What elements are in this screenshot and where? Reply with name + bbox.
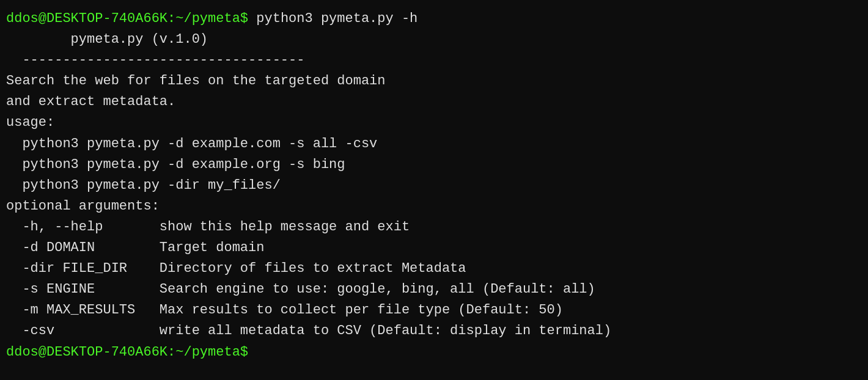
output-line: -h, --help show this help message and ex… (6, 217, 862, 238)
output-line: python3 pymeta.py -d example.com -s all … (6, 134, 862, 155)
output-line: python3 pymeta.py -d example.org -s bing (6, 155, 862, 175)
output-line: -s ENGINE Search engine to use: google, … (6, 279, 862, 300)
command-text: python3 pymeta.py -h (256, 11, 417, 26)
output-line: python3 pymeta.py -dir my_files/ (6, 175, 862, 196)
output-line: usage: (6, 112, 862, 133)
output-line: -m MAX_RESULTS Max results to collect pe… (6, 300, 862, 321)
output-line: and extract metadata. (6, 92, 862, 112)
output-line: -csv write all metadata to CSV (Default:… (6, 321, 862, 342)
output-line: ----------------------------------- (6, 50, 862, 71)
output-line: -d DOMAIN Target domain (6, 238, 862, 258)
output-line: Search the web for files on the targeted… (6, 71, 862, 92)
terminal-line: ddos@DESKTOP-740A66K:~/pymeta$ (6, 342, 862, 363)
output-line: optional arguments: (6, 196, 862, 217)
output-line: -dir FILE_DIR Directory of files to extr… (6, 258, 862, 279)
terminal-line: ddos@DESKTOP-740A66K:~/pymeta$ python3 p… (6, 9, 862, 29)
terminal: ddos@DESKTOP-740A66K:~/pymeta$ python3 p… (0, 5, 868, 375)
output-line: pymeta.py (v.1.0) (6, 29, 862, 50)
prompt: ddos@DESKTOP-740A66K:~/pymeta$ (6, 11, 256, 26)
prompt: ddos@DESKTOP-740A66K:~/pymeta$ (6, 345, 256, 360)
